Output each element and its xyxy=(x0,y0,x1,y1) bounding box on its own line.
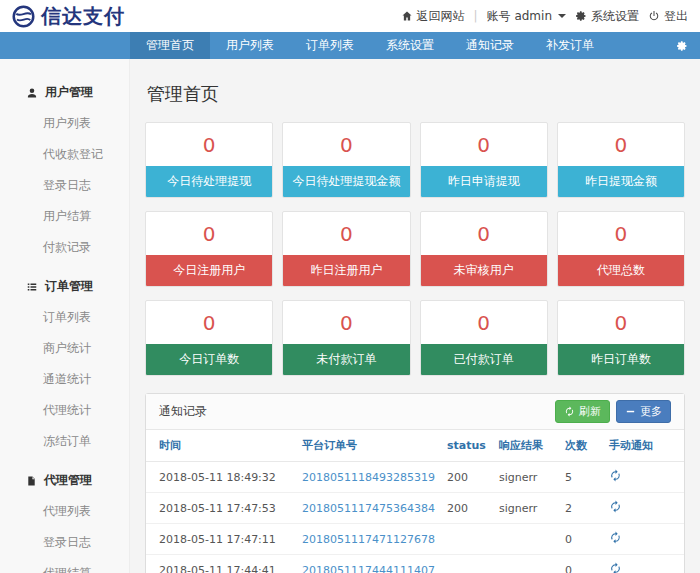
notice-panel-title: 通知记录 xyxy=(159,403,207,420)
sidebar-section-title: 代理管理 xyxy=(0,465,129,496)
account-label: 账号 admin xyxy=(487,8,552,25)
sidebar-section-orders: 订单管理 订单列表 商户统计 通道统计 代理统计 冻结订单 xyxy=(0,271,129,457)
manual-notify-refresh-icon[interactable] xyxy=(609,469,622,485)
cell-order: 2018051118493285319 xyxy=(296,462,441,493)
sidebar-item-payment-records[interactable]: 付款记录 xyxy=(0,232,129,263)
order-link[interactable]: 2018051118493285319 xyxy=(302,471,435,484)
chevron-down-icon xyxy=(558,14,566,18)
order-link[interactable]: 2018051117475364384 xyxy=(302,502,435,515)
gear-icon xyxy=(575,10,587,22)
stat-label: 昨日申请提现 xyxy=(421,166,547,197)
cell-order: 2018051117471127678 xyxy=(296,524,441,555)
sidebar-item-agent-list[interactable]: 代理列表 xyxy=(0,496,129,527)
back-to-site-label: 返回网站 xyxy=(417,8,465,25)
tab-user-list[interactable]: 用户列表 xyxy=(210,32,290,59)
stat-value: 0 xyxy=(283,123,409,166)
stat-value: 0 xyxy=(558,123,684,166)
stat-label: 昨日订单数 xyxy=(558,344,684,375)
stat-card: 0 未审核用户 xyxy=(420,211,548,287)
sidebar-item-login-log[interactable]: 登录日志 xyxy=(0,170,129,201)
stat-value: 0 xyxy=(283,212,409,255)
file-icon xyxy=(26,475,37,487)
section-label: 用户管理 xyxy=(45,84,93,101)
cell-result: signerr xyxy=(493,493,559,524)
sidebar-item-order-list[interactable]: 订单列表 xyxy=(0,302,129,333)
cell-manual xyxy=(603,524,684,555)
page-body: 用户管理 用户列表 代收款登记 登录日志 用户结算 付款记录 订单管理 订单列表… xyxy=(0,59,700,573)
list-icon xyxy=(26,281,38,293)
more-label: 更多 xyxy=(640,404,662,419)
stat-value: 0 xyxy=(146,301,272,344)
notice-panel: 通知记录 刷新 更多 时间 平台订单号 xyxy=(145,393,685,573)
col-header-count: 次数 xyxy=(559,430,603,462)
order-link[interactable]: 2018051117471127678 xyxy=(302,533,435,546)
sidebar-item-channel-stats[interactable]: 通道统计 xyxy=(0,364,129,395)
stat-label: 昨日提现金额 xyxy=(558,166,684,197)
main-content: 管理首页 0 今日待处理提现 0 今日待处理提现金额 0 昨日申请提现 0 昨日… xyxy=(130,59,700,573)
col-header-result: 响应结果 xyxy=(493,430,559,462)
stat-card: 0 今日订单数 xyxy=(145,300,273,376)
manual-notify-refresh-icon[interactable] xyxy=(609,562,622,573)
brand-name: 信达支付 xyxy=(41,3,125,30)
stat-card: 0 今日待处理提现 xyxy=(145,122,273,198)
cell-count: 2 xyxy=(559,493,603,524)
sidebar-item-frozen-orders[interactable]: 冻结订单 xyxy=(0,426,129,457)
logout-link[interactable]: 登出 xyxy=(648,8,688,25)
manual-notify-refresh-icon[interactable] xyxy=(609,500,622,516)
top-header: 信达支付 返回网站 | 账号 admin 系统设置 登出 xyxy=(0,0,700,32)
logo-icon xyxy=(12,5,35,28)
system-settings-label: 系统设置 xyxy=(591,8,639,25)
tab-notice-records[interactable]: 通知记录 xyxy=(450,32,530,59)
brand-logo-link[interactable]: 信达支付 xyxy=(12,3,125,30)
sidebar-item-user-settlement[interactable]: 用户结算 xyxy=(0,201,129,232)
table-row: 2018-05-11 18:49:32 2018051118493285319 … xyxy=(146,462,684,493)
stat-card: 0 今日待处理提现金额 xyxy=(282,122,410,198)
stat-label: 未付款订单 xyxy=(283,344,409,375)
stat-value: 0 xyxy=(146,212,272,255)
sidebar-item-merchant-stats[interactable]: 商户统计 xyxy=(0,333,129,364)
navbar-gear-button[interactable] xyxy=(664,32,700,59)
divider: | xyxy=(474,9,478,23)
col-header-time: 时间 xyxy=(146,430,296,462)
tab-reissue-orders[interactable]: 补发订单 xyxy=(530,32,610,59)
stat-label: 今日待处理提现 xyxy=(146,166,272,197)
page-title: 管理首页 xyxy=(147,82,685,106)
stat-label: 昨日注册用户 xyxy=(283,255,409,286)
manual-notify-refresh-icon[interactable] xyxy=(609,531,622,547)
refresh-button[interactable]: 刷新 xyxy=(555,400,610,423)
cell-result xyxy=(493,524,559,555)
stat-value: 0 xyxy=(421,212,547,255)
tab-order-list[interactable]: 订单列表 xyxy=(290,32,370,59)
col-header-manual: 手动通知 xyxy=(603,430,684,462)
sidebar-item-agent-settlement[interactable]: 代理结算 xyxy=(0,558,129,573)
panel-buttons: 刷新 更多 xyxy=(555,400,671,423)
stat-label: 今日订单数 xyxy=(146,344,272,375)
stat-card: 0 代理总数 xyxy=(557,211,685,287)
table-row: 2018-05-11 17:47:53 2018051117475364384 … xyxy=(146,493,684,524)
system-settings-link[interactable]: 系统设置 xyxy=(575,8,639,25)
cell-status: 200 xyxy=(441,462,493,493)
notice-table: 时间 平台订单号 status 响应结果 次数 手动通知 2018-05-11 … xyxy=(146,430,684,573)
table-row: 2018-05-11 17:47:11 2018051117471127678 … xyxy=(146,524,684,555)
refresh-label: 刷新 xyxy=(579,404,601,419)
stat-card: 0 未付款订单 xyxy=(282,300,410,376)
tab-system-settings[interactable]: 系统设置 xyxy=(370,32,450,59)
notice-panel-header: 通知记录 刷新 更多 xyxy=(146,394,684,430)
sidebar-item-collection-reg[interactable]: 代收款登记 xyxy=(0,139,129,170)
table-header-row: 时间 平台订单号 status 响应结果 次数 手动通知 xyxy=(146,430,684,462)
order-link[interactable]: 2018051117444111407 xyxy=(302,564,435,573)
cell-count: 5 xyxy=(559,462,603,493)
sidebar-item-agent-login-log[interactable]: 登录日志 xyxy=(0,527,129,558)
sidebar-item-agent-stats[interactable]: 代理统计 xyxy=(0,395,129,426)
sidebar-item-user-list[interactable]: 用户列表 xyxy=(0,108,129,139)
back-to-site-link[interactable]: 返回网站 xyxy=(401,8,465,25)
stat-value: 0 xyxy=(421,301,547,344)
account-menu[interactable]: 账号 admin xyxy=(487,8,566,25)
cell-manual xyxy=(603,462,684,493)
stat-value: 0 xyxy=(558,301,684,344)
tab-admin-home[interactable]: 管理首页 xyxy=(130,32,210,59)
cell-time: 2018-05-11 17:47:11 xyxy=(146,524,296,555)
cell-count: 0 xyxy=(559,524,603,555)
more-button[interactable]: 更多 xyxy=(616,400,671,423)
col-header-status: status xyxy=(441,430,493,462)
